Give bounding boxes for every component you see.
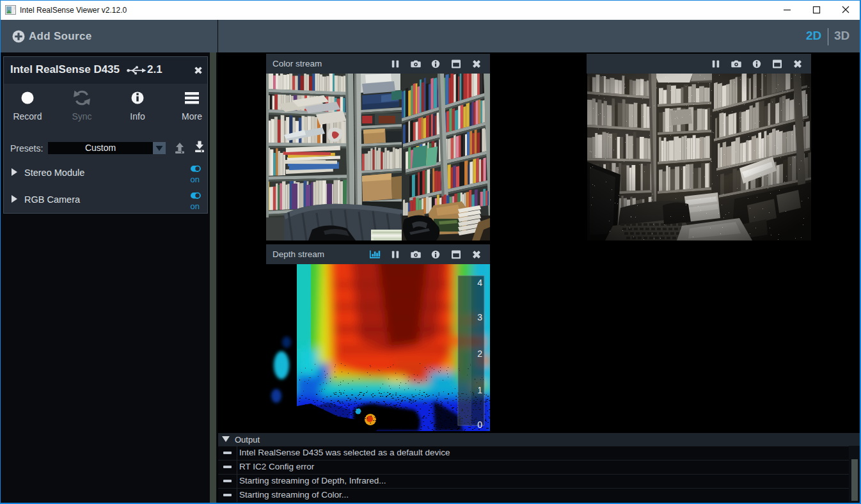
svg-text:on: on — [191, 175, 200, 184]
svg-text:3: 3 — [477, 312, 482, 322]
svg-text:Record: Record — [13, 111, 42, 122]
svg-text:Stereo Module: Stereo Module — [24, 168, 84, 178]
svg-text:1: 1 — [477, 385, 482, 395]
svg-text:on: on — [191, 201, 200, 211]
svg-text:More: More — [182, 111, 202, 122]
svg-text:0: 0 — [477, 420, 482, 430]
svg-text:Info: Info — [130, 111, 145, 122]
svg-text:4: 4 — [477, 278, 482, 288]
svg-text:2: 2 — [477, 349, 482, 359]
svg-text:Sync: Sync — [72, 111, 91, 122]
svg-text:RGB Camera: RGB Camera — [24, 194, 81, 205]
